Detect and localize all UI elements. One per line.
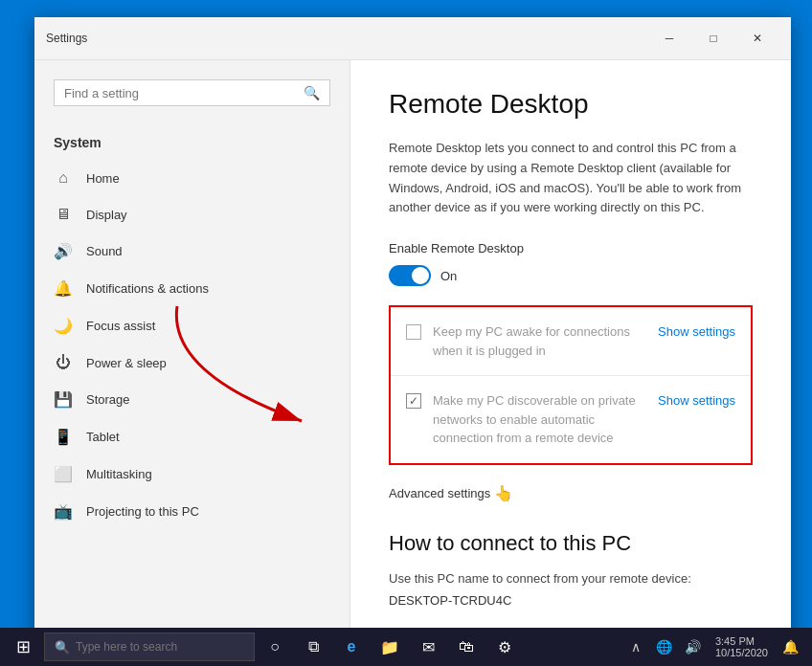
- remote-desktop-settings-box: Keep my PC awake for connections when it…: [389, 305, 753, 465]
- sidebar-item-home[interactable]: ⌂ Home: [34, 160, 350, 196]
- sidebar-item-label: Storage: [86, 392, 130, 407]
- sidebar-item-projecting[interactable]: 📺 Projecting to this PC: [34, 493, 350, 530]
- discoverable-checkbox[interactable]: ✓: [406, 393, 421, 409]
- sidebar-item-label: Power & sleep: [86, 356, 167, 370]
- sidebar: 🔍 System ⌂ Home 🖥 Display 🔊 Sound 🔔 Noti…: [34, 60, 350, 639]
- taskbar-chevron-icon[interactable]: ∧: [623, 628, 648, 666]
- how-to-connect-title: How to connect to this PC: [389, 531, 753, 556]
- taskbar-mail-icon[interactable]: ✉: [410, 628, 446, 666]
- taskbar-search[interactable]: 🔍: [44, 633, 255, 661]
- focus-icon: 🌙: [54, 317, 73, 335]
- taskbar-cortana-icon[interactable]: ○: [257, 628, 293, 666]
- discoverable-show-settings-link[interactable]: Show settings: [658, 393, 735, 408]
- page-title: Remote Desktop: [389, 89, 753, 120]
- display-icon: 🖥: [54, 206, 73, 223]
- sidebar-item-storage[interactable]: 💾 Storage: [34, 381, 350, 418]
- sidebar-item-notifications[interactable]: 🔔 Notifications & actions: [34, 270, 350, 307]
- minimize-button[interactable]: ─: [647, 25, 691, 52]
- toggle-state-text: On: [440, 269, 457, 283]
- title-bar: Settings ─ □ ✕: [34, 17, 791, 60]
- advanced-settings-label: Advanced settings: [389, 486, 490, 500]
- awake-text: Keep my PC awake for connections when it…: [433, 322, 646, 360]
- sidebar-item-label: Focus assist: [86, 319, 155, 333]
- enable-remote-desktop-label: Enable Remote Desktop: [389, 241, 753, 255]
- taskbar-right: ∧ 🌐 🔊 3:45 PM10/15/2020 🔔: [623, 628, 808, 666]
- window-title: Settings: [46, 32, 647, 45]
- taskbar-explorer-icon[interactable]: 📁: [372, 628, 408, 666]
- tablet-icon: 📱: [54, 428, 73, 446]
- storage-icon: 💾: [54, 390, 73, 409]
- search-icon: 🔍: [304, 85, 320, 100]
- maximize-button[interactable]: □: [691, 25, 735, 52]
- taskbar-store-icon[interactable]: 🛍: [448, 628, 485, 666]
- taskbar-notification-icon[interactable]: 🔔: [778, 628, 802, 666]
- taskbar-network-icon[interactable]: 🌐: [652, 628, 677, 666]
- multitasking-icon: ⬜: [54, 465, 73, 483]
- settings-window: Settings ─ □ ✕ 🔍 System ⌂ Home 🖥: [34, 17, 791, 639]
- advanced-settings-link[interactable]: Advanced settings 👆: [389, 484, 513, 502]
- settings-row-discoverable: ✓ Make my PC discoverable on private net…: [391, 376, 751, 463]
- sidebar-item-label: Multitasking: [86, 467, 152, 481]
- main-content: Remote Desktop Remote Desktop lets you c…: [350, 60, 791, 639]
- home-icon: ⌂: [54, 169, 73, 187]
- window-controls: ─ □ ✕: [647, 25, 779, 52]
- sidebar-item-label: Sound: [86, 244, 123, 258]
- taskbar-edge-icon[interactable]: e: [333, 628, 370, 666]
- sidebar-item-label: Tablet: [86, 430, 120, 444]
- awake-checkbox[interactable]: [406, 324, 421, 340]
- sidebar-item-tablet[interactable]: 📱 Tablet: [34, 418, 350, 455]
- pc-name: DESKTOP-TCRDU4C: [389, 593, 753, 608]
- power-icon: ⏻: [54, 354, 73, 371]
- page-description: Remote Desktop lets you connect to and c…: [389, 139, 753, 218]
- cursor-hand: 👆: [494, 484, 513, 502]
- sidebar-item-label: Home: [86, 171, 120, 186]
- projecting-icon: 📺: [54, 502, 73, 521]
- sidebar-item-focus[interactable]: 🌙 Focus assist: [34, 307, 350, 344]
- discoverable-text: Make my PC discoverable on private netwo…: [433, 391, 646, 448]
- toggle-row: On: [389, 265, 753, 286]
- awake-show-settings-link[interactable]: Show settings: [658, 324, 735, 339]
- start-button[interactable]: ⊞: [4, 628, 42, 666]
- taskbar: ⊞ 🔍 ○ ⧉ e 📁 ✉ 🛍 ⚙ ∧ 🌐 🔊 3:45 PM10/15/202…: [0, 628, 812, 666]
- taskbar-volume-icon[interactable]: 🔊: [681, 628, 706, 666]
- sidebar-item-label: Notifications & actions: [86, 281, 209, 296]
- sidebar-header: 🔍: [34, 60, 350, 135]
- remote-desktop-toggle[interactable]: [389, 265, 431, 286]
- window-content: 🔍 System ⌂ Home 🖥 Display 🔊 Sound 🔔 Noti…: [34, 60, 791, 639]
- search-input[interactable]: [64, 86, 304, 100]
- sidebar-item-sound[interactable]: 🔊 Sound: [34, 233, 350, 270]
- settings-row-awake: Keep my PC awake for connections when it…: [391, 307, 751, 376]
- taskbar-task-view-icon[interactable]: ⧉: [295, 628, 331, 666]
- sidebar-item-power[interactable]: ⏻ Power & sleep: [34, 344, 350, 381]
- connect-description: Use this PC name to connect from your re…: [389, 571, 753, 586]
- sidebar-item-label: Projecting to this PC: [86, 504, 199, 519]
- sound-icon: 🔊: [54, 242, 73, 260]
- sidebar-item-display[interactable]: 🖥 Display: [34, 196, 350, 233]
- close-button[interactable]: ✕: [735, 25, 779, 52]
- search-box[interactable]: 🔍: [54, 79, 330, 106]
- notifications-icon: 🔔: [54, 279, 73, 298]
- taskbar-search-input[interactable]: [76, 640, 244, 654]
- sidebar-item-multitasking[interactable]: ⬜ Multitasking: [34, 455, 350, 493]
- taskbar-clock[interactable]: 3:45 PM10/15/2020: [710, 628, 774, 666]
- sidebar-item-label: Display: [86, 208, 127, 222]
- taskbar-search-icon: 🔍: [55, 640, 70, 655]
- system-label: System: [34, 135, 350, 160]
- taskbar-settings-icon[interactable]: ⚙: [486, 628, 523, 666]
